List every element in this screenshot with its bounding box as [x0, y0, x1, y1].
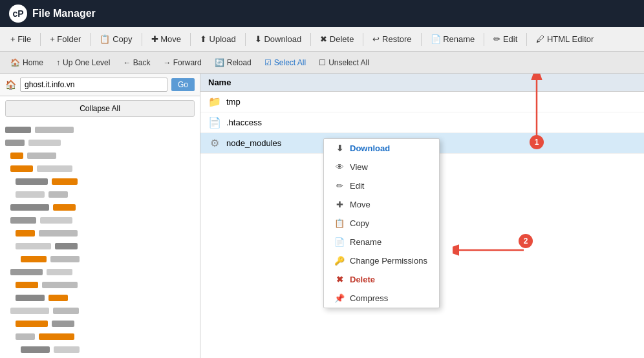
forward-button[interactable]: → Forward	[158, 56, 206, 69]
file-row-htaccess[interactable]: 📄 .htaccess	[200, 112, 644, 133]
reload-button[interactable]: 🔄 Reload	[209, 56, 257, 69]
tree-row[interactable]	[0, 291, 200, 304]
restore-button[interactable]: ↩ Restore	[367, 32, 416, 47]
ctx-move-label: Move	[350, 200, 370, 209]
home-icon: 🏠	[10, 58, 20, 67]
download-ctx-icon: ⬇	[334, 143, 345, 153]
toolbar-divider-1	[40, 33, 41, 46]
up-icon: ↑	[56, 58, 60, 67]
home-button[interactable]: 🏠 🏠 Home Home	[5, 56, 48, 69]
copy-ctx-icon: 📋	[334, 218, 345, 228]
checkbox-icon: ☑	[264, 58, 272, 67]
tree-row[interactable]	[0, 240, 200, 253]
tree-row[interactable]	[0, 149, 200, 162]
tree-row[interactable]	[0, 266, 200, 279]
file-name: node_modules	[226, 138, 281, 148]
tree-row[interactable]	[0, 227, 200, 240]
main-layout: 🏠 Go Collapse All	[0, 74, 644, 358]
tree-row[interactable]	[0, 317, 200, 330]
tree-row[interactable]	[0, 175, 200, 188]
tree-row[interactable]	[0, 123, 200, 136]
toolbar-divider-10	[526, 33, 527, 46]
ctx-compress-label: Compress	[350, 293, 388, 303]
toolbar-divider-7	[363, 33, 363, 46]
file-tree	[0, 121, 200, 358]
html-editor-button[interactable]: 🖊 HTML Editor	[531, 32, 599, 47]
doc-icon: 📄	[208, 116, 221, 129]
toolbar-divider-5	[245, 33, 246, 46]
folder-icon: 📁	[208, 96, 221, 108]
upload-button[interactable]: ⬆ Upload	[195, 32, 241, 47]
up-one-level-button[interactable]: ↑ Up One Level	[51, 56, 115, 69]
ctx-delete-label: Delete	[350, 275, 375, 284]
ctx-download-item[interactable]: ⬇ Download	[324, 139, 439, 158]
uncheck-icon: ☐	[319, 58, 326, 67]
toolbar-divider-9	[484, 33, 484, 46]
top-bar: cP File Manager	[0, 0, 644, 27]
nav-bar: 🏠 🏠 Home Home ↑ Up One Level ← Back → Fo…	[0, 52, 644, 74]
address-bar: 🏠 Go	[0, 74, 200, 96]
file-area: Name 📁 tmp 📄 .htaccess ⚙ node_modules ⬇ …	[200, 74, 644, 358]
delete-button[interactable]: ✖ Delete	[315, 32, 359, 47]
tree-row[interactable]	[0, 343, 200, 356]
tree-row[interactable]	[0, 201, 200, 214]
badge-1: 1	[530, 135, 544, 149]
file-row-tmp[interactable]: 📁 tmp	[200, 92, 644, 112]
rename-icon: 📄	[334, 237, 345, 247]
back-button[interactable]: ← Back	[118, 56, 155, 69]
ctx-view-item[interactable]: 👁 View	[324, 158, 439, 176]
new-folder-button[interactable]: + Folder	[45, 32, 86, 47]
ctx-rename-label: Rename	[350, 237, 381, 247]
sidebar: 🏠 Go Collapse All	[0, 74, 200, 358]
delete-ctx-icon: ✖	[334, 275, 345, 284]
copy-button[interactable]: 📋 📋 Copy Copy	[94, 32, 137, 47]
context-menu: ⬇ Download 👁 View ✏ Edit ✚ Move 📋 Copy 📄	[323, 138, 440, 308]
app-logo: cP File Manager	[9, 5, 96, 23]
ctx-download-label: Download	[350, 143, 390, 153]
toolbar: + File + Folder 📋 📋 Copy Copy ✚ Move ⬆ U…	[0, 27, 644, 52]
unselect-all-button[interactable]: ☐ Unselect All	[314, 56, 374, 69]
toolbar-divider-2	[90, 33, 91, 46]
app-title: File Manager	[32, 8, 96, 19]
tree-row[interactable]	[0, 214, 200, 227]
file-name: .htaccess	[226, 118, 262, 127]
ctx-move-item[interactable]: ✚ Move	[324, 195, 439, 214]
ctx-permissions-label: Change Permissions	[350, 256, 427, 266]
ctx-copy-label: Copy	[350, 218, 369, 228]
toolbar-divider-8	[421, 33, 422, 46]
toolbar-divider-6	[310, 33, 311, 46]
ctx-compress-item[interactable]: 📌 Compress	[324, 289, 439, 308]
edit-icon: ✏	[334, 181, 345, 191]
edit-button[interactable]: ✏ Edit	[488, 32, 522, 47]
rename-button[interactable]: 📄 Rename	[425, 32, 480, 47]
tree-row[interactable]	[0, 162, 200, 175]
badge-2: 2	[519, 234, 533, 248]
tree-row[interactable]	[0, 330, 200, 343]
tree-row[interactable]	[0, 279, 200, 291]
cog-icon: ⚙	[208, 137, 221, 149]
move-button[interactable]: ✚ Move	[146, 32, 186, 47]
tree-row[interactable]	[0, 253, 200, 266]
file-table-header: Name	[200, 74, 644, 92]
move-icon: ✚	[334, 200, 345, 209]
ctx-delete-item[interactable]: ✖ Delete	[324, 270, 439, 289]
ctx-rename-item[interactable]: 📄 Rename	[324, 233, 439, 251]
address-input[interactable]	[20, 78, 167, 92]
file-name: tmp	[226, 97, 241, 107]
tree-row[interactable]	[0, 304, 200, 317]
name-column-header: Name	[208, 78, 231, 87]
download-button[interactable]: ⬇ Download	[250, 32, 306, 47]
logo-icon: cP	[9, 5, 27, 23]
collapse-all-button[interactable]: Collapse All	[5, 100, 195, 117]
tree-row[interactable]	[0, 136, 200, 149]
compress-icon: 📌	[334, 293, 345, 303]
ctx-copy-item[interactable]: 📋 Copy	[324, 214, 439, 233]
ctx-edit-item[interactable]: ✏ Edit	[324, 176, 439, 195]
go-button[interactable]: Go	[171, 78, 195, 91]
new-file-button[interactable]: + File	[5, 32, 36, 47]
tree-row[interactable]	[0, 188, 200, 201]
ctx-view-label: View	[350, 162, 368, 172]
select-all-button[interactable]: ☑ ☑ Select All Select All	[259, 56, 311, 69]
key-icon: 🔑	[334, 256, 345, 266]
ctx-permissions-item[interactable]: 🔑 Change Permissions	[324, 251, 439, 270]
